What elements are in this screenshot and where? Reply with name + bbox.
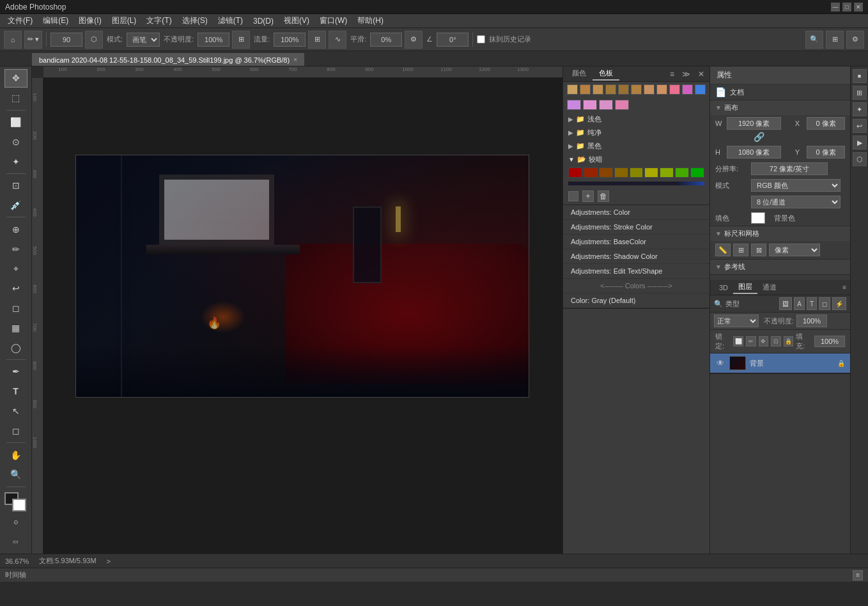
menu-edit[interactable]: 编辑(E) [38,14,74,27]
lock-btn-3[interactable]: ✥ [759,336,769,346]
settings-button[interactable]: ⚙ [846,31,864,49]
gradient-tool[interactable]: ▦ [4,318,27,337]
hand-tool[interactable]: ✋ [4,446,27,464]
opacity-input[interactable] [198,33,229,47]
swatch-dark4[interactable] [614,167,628,178]
mode-select[interactable]: 画笔 [127,33,160,47]
minimize-button[interactable]: — [831,3,840,12]
swatch[interactable] [631,84,642,95]
color-gray-item[interactable]: Color: Gray (Default) [563,293,709,308]
dodge-tool[interactable]: ◯ [4,338,27,357]
mode-select[interactable]: RGB 颜色 [751,179,841,192]
file-tab[interactable]: bandicam 2020-04-08 12-55-18-158.00_08_3… [32,53,304,66]
adj-stroke-item[interactable]: Adjustments: Stroke Color [563,220,709,235]
healing-tool[interactable]: ⊕ [4,220,27,238]
width-input[interactable] [727,117,781,130]
menu-layer[interactable]: 图层(L) [107,14,142,27]
brush-size-input[interactable] [50,33,82,47]
history-checkbox[interactable] [477,35,485,43]
history-brush-tool[interactable]: ↩ [4,279,27,298]
swatch[interactable] [644,84,655,95]
far-right-history-btn[interactable]: ↩ [853,119,867,133]
rulers-section-title[interactable]: ▼ 标尺和网格 [710,226,850,241]
brush-options-button[interactable]: ⬡ [85,31,103,49]
x-input[interactable] [807,117,845,130]
menu-3d[interactable]: 3D(D) [248,15,279,27]
panel-close-icon[interactable]: ✕ [695,70,707,79]
eraser-tool[interactable]: ◻ [4,299,27,318]
layer-filter-img[interactable]: 🖼 [779,297,792,310]
layer-filter-shape[interactable]: ◻ [819,297,830,310]
brush-tool[interactable]: ✏ [4,240,27,258]
swatch-dark1[interactable] [568,167,582,178]
menu-view[interactable]: 视图(V) [279,14,314,27]
ruler-icon-2[interactable]: ⊞ [733,244,748,256]
search-button[interactable]: 🔍 [805,31,823,49]
menu-image[interactable]: 图像(I) [74,14,106,27]
layers-panel-menu[interactable]: ≡ [842,284,846,291]
opacity-input[interactable] [796,315,827,327]
swatch[interactable] [583,100,597,110]
tab-3d[interactable]: 3D [714,283,733,293]
tab-channels[interactable]: 通道 [757,281,782,293]
lock-btn-4[interactable]: ⊡ [771,336,781,346]
canvas-section-title[interactable]: ▼ 画布 [710,100,850,115]
swatch-dark7[interactable] [660,167,674,178]
maximize-button[interactable]: □ [842,3,851,12]
lasso-tool[interactable]: ⊙ [4,132,27,151]
swatch[interactable] [682,84,693,95]
guides-section-title[interactable]: ▼ 参考线 [710,260,850,274]
swatch-dark5[interactable] [630,167,644,178]
type-tool[interactable]: T [4,382,27,401]
swatch-dark2[interactable] [584,167,598,178]
delete-swatch-button[interactable]: 🗑 [598,190,609,202]
smooth-options[interactable]: ⚙ [405,31,422,49]
home-button[interactable]: ⌂ [4,31,22,49]
flow-btn[interactable]: ⊞ [308,31,326,49]
swatch[interactable] [567,84,578,95]
folder-black[interactable]: ▶ 📁 黑色 [563,139,709,153]
swatch[interactable] [580,84,591,95]
ruler-icon-1[interactable]: 📏 [715,244,731,256]
window-controls[interactable]: — □ ✕ [831,3,863,12]
pen-tool[interactable]: ✒ [4,362,27,381]
layer-filter-type[interactable]: T [807,297,817,310]
ruler-icon-3[interactable]: ⊠ [751,244,766,256]
opacity-btn[interactable]: ⊞ [232,31,250,49]
canvas-image[interactable]: 🔥 [75,155,529,398]
adj-edit-item[interactable]: Adjustments: Edit Text/Shape [563,264,709,279]
new-swatch-button[interactable]: + [582,190,594,202]
checkerboard-icon[interactable] [568,191,578,201]
menu-window[interactable]: 窗口(W) [314,14,352,27]
layer-background[interactable]: 👁 背景 🔒 [710,354,850,373]
folder-pure[interactable]: ▶ 📁 纯净 [563,126,709,139]
menu-select[interactable]: 选择(S) [177,14,213,27]
layer-visibility-toggle[interactable]: 👁 [715,358,725,368]
quick-mask-tool[interactable]: ⊙ [4,513,27,531]
far-right-style-btn[interactable]: ✦ [853,102,867,116]
brush-preset-button[interactable]: ✏ ▾ [24,31,42,49]
layout-button[interactable]: ⊞ [826,31,844,49]
artboard-tool[interactable]: ⬚ [4,89,27,107]
layer-mode-select[interactable]: 正常 [714,315,759,327]
swatch-dark6[interactable] [644,167,658,178]
far-right-3d-btn[interactable]: ⬡ [853,152,867,166]
quick-select-tool[interactable]: ✦ [4,152,27,171]
bit-select[interactable]: 8 位/通道 [751,196,841,208]
menu-filter[interactable]: 滤镜(T) [213,14,248,27]
resolution-input[interactable] [751,162,828,175]
adj-shadow-item[interactable]: Adjustments: Shadow Color [563,249,709,264]
screen-mode-tool[interactable]: ▭ [4,532,27,551]
panel-expand-icon[interactable]: ≫ [679,70,693,79]
swatch-dark8[interactable] [675,167,689,178]
far-right-adj-btn[interactable]: ⊞ [853,86,867,100]
tab-close-icon[interactable]: × [293,56,297,63]
swatch[interactable] [695,84,706,95]
marquee-tool[interactable]: ⬜ [4,113,27,132]
color-selector[interactable] [4,492,27,512]
clone-tool[interactable]: ⌖ [4,260,27,278]
folder-light[interactable]: ▶ 📁 浅色 [563,113,709,126]
swatch[interactable] [567,100,581,110]
menu-file[interactable]: 文件(F) [3,14,38,27]
shape-tool[interactable]: ◻ [4,421,27,440]
